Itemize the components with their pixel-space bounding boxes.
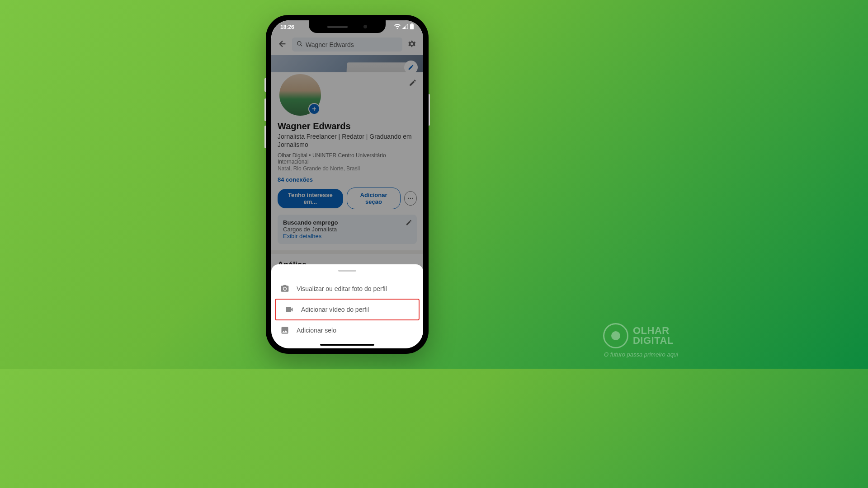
phone-frame: 18:26 (266, 15, 429, 354)
watermark: OLHAR DIGITAL O futuro passa primeiro aq… (603, 323, 678, 358)
phone-volume-down (264, 126, 266, 148)
sheet-item-label: Visualizar ou editar foto do perfil (297, 285, 387, 292)
battery-icon (410, 23, 414, 31)
watermark-logo-icon (603, 323, 628, 348)
wifi-icon (394, 24, 401, 30)
image-icon (280, 326, 289, 335)
svg-rect-0 (411, 23, 413, 24)
status-time: 18:26 (280, 24, 294, 30)
bottom-sheet: Visualizar ou editar foto do perfil Adic… (271, 264, 423, 348)
sheet-add-video[interactable]: Adicionar vídeo do perfil (275, 299, 420, 320)
phone-power-button (429, 94, 430, 126)
sheet-view-edit-photo[interactable]: Visualizar ou editar foto do perfil (271, 279, 423, 299)
home-indicator[interactable] (320, 344, 374, 346)
sheet-add-frame[interactable]: Adicionar selo (271, 320, 423, 340)
watermark-tagline: O futuro passa primeiro aqui (604, 351, 678, 358)
front-camera (363, 25, 367, 28)
watermark-brand-line1: OLHAR (633, 326, 674, 336)
sheet-item-label: Adicionar selo (297, 327, 336, 334)
camera-icon (280, 284, 289, 293)
phone-screen: 18:26 (271, 20, 423, 348)
sheet-item-label: Adicionar vídeo do perfil (301, 306, 369, 313)
sheet-drag-handle[interactable] (338, 270, 356, 272)
svg-rect-1 (410, 24, 414, 30)
watermark-brand-line2: DIGITAL (633, 336, 674, 346)
phone-side-button (264, 78, 266, 92)
phone-volume-up (264, 99, 266, 121)
signal-icon (402, 24, 408, 30)
video-icon (285, 305, 294, 314)
speaker-grille (327, 26, 348, 28)
phone-notch (309, 20, 386, 33)
